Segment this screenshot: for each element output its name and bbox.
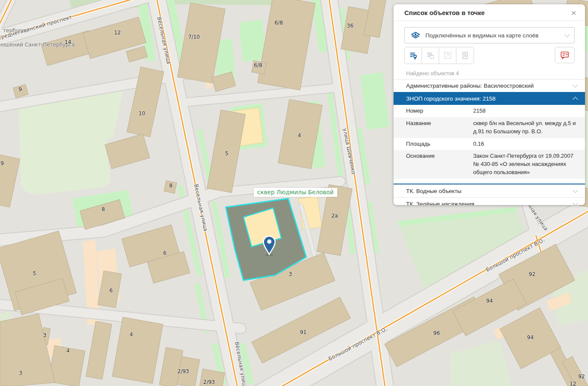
chevron-down-icon <box>564 32 570 37</box>
detail-row: Номер 2158 <box>394 105 585 117</box>
objects-at-point-panel: Список объектов в точке × Подключённых и… <box>394 4 585 205</box>
area-question-icon: ? <box>443 51 453 60</box>
gis-application: тербургаотношений Санкт-Петербурга Средн… <box>0 0 588 386</box>
accordion-tk-water[interactable]: ТК. Водные объекты <box>394 184 585 197</box>
results-count: Найдено объектов 4 <box>394 70 585 77</box>
identify-point-button[interactable] <box>405 47 422 64</box>
detail-row: Название сквер б/н на Весельной ул. межд… <box>394 117 585 138</box>
detail-value: 0,16 <box>473 140 581 148</box>
detail-label: Основание <box>406 152 473 177</box>
chevron-down-icon <box>573 82 578 88</box>
accordion-tk-green[interactable]: ТК. Зелёные насаждения <box>394 197 585 205</box>
detail-label: Название <box>406 119 473 136</box>
identify-mode-group: ? <box>404 47 474 64</box>
area-question-button[interactable]: ? <box>439 47 456 64</box>
panel-header: Список объектов в точке × <box>394 4 585 21</box>
accordion-znop[interactable]: ЗНОП городского значения: 2158 <box>394 92 585 105</box>
details-end-divider <box>394 179 585 184</box>
svg-text:?: ? <box>446 53 449 58</box>
accordion-label: ЗНОП городского значения: 2158 <box>406 95 573 102</box>
znop-details: Номер 2158 Название сквер б/н на Весельн… <box>394 105 585 184</box>
detail-value: сквер б/н на Весельной ул. между д.5 и д… <box>473 119 581 136</box>
report-problem-button[interactable] <box>555 47 575 63</box>
layer-filter-dropdown[interactable]: Подключённых и видимых на карте слоёв <box>404 27 575 43</box>
chevron-up-icon <box>573 97 578 102</box>
layers-icon <box>410 31 421 39</box>
accordion-label: ТК. Зелёные насаждения <box>406 201 573 205</box>
identify-area-button[interactable] <box>422 47 439 64</box>
detail-value: 2158 <box>473 107 581 115</box>
detail-label: Номер <box>406 107 473 115</box>
panel-title: Список объектов в точке <box>404 9 570 16</box>
document-button[interactable] <box>456 47 474 64</box>
chevron-down-icon <box>573 187 578 193</box>
layer-filter-value: Подключённых и видимых на карте слоёв <box>425 32 561 39</box>
detail-row: Основание Закон Санкт-Петербурга от 19.0… <box>394 150 585 179</box>
identify-area-icon <box>426 51 435 60</box>
panel-toolbar: ? <box>404 47 575 64</box>
accordion-label: ТК. Водные объекты <box>406 188 573 194</box>
report-problem-icon <box>560 50 570 60</box>
detail-label: Площадь <box>406 140 473 148</box>
accordion-label: Административные районы: Василеостровски… <box>406 83 573 89</box>
detail-row: Площадь 0,16 <box>394 138 585 150</box>
identify-point-icon <box>409 51 418 60</box>
chevron-down-icon <box>573 200 578 205</box>
document-icon <box>460 51 470 60</box>
accordion-admin-districts[interactable]: Административные районы: Василеостровски… <box>394 79 585 92</box>
close-icon[interactable]: × <box>570 7 578 18</box>
detail-value: Закон Санкт-Петербурга от 19.09.2007 № 4… <box>473 152 581 177</box>
